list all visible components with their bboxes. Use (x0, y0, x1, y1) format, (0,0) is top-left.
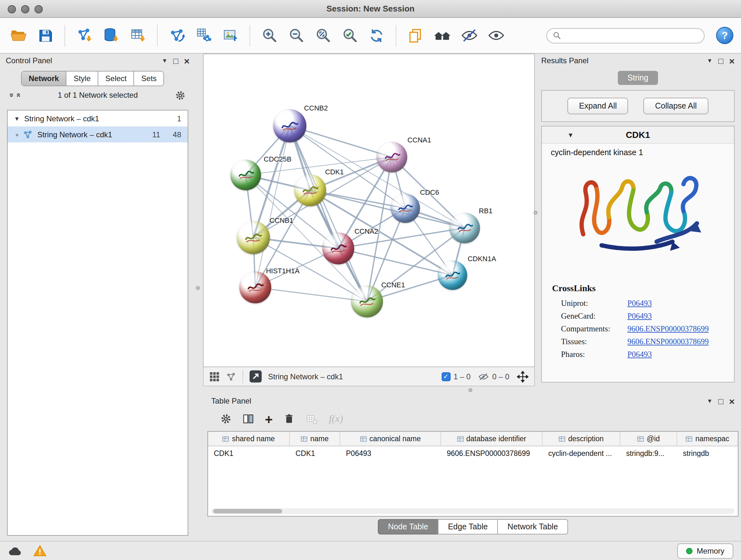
panel-menu-icon[interactable]: ▼ (162, 58, 167, 64)
gear-icon[interactable] (220, 413, 232, 425)
network-node-hist1h1a[interactable] (239, 271, 271, 303)
crosslink-link[interactable]: 9606.ENSP00000378699 (627, 337, 709, 347)
network-node-cdc6[interactable] (391, 193, 420, 223)
float-panel-icon[interactable]: □ (173, 57, 179, 65)
table-cell[interactable]: P06493 (340, 449, 441, 457)
column-header-database-identifier[interactable]: database identifier (441, 432, 542, 446)
column-header-namespac[interactable]: namespac (677, 432, 738, 446)
grid-view-icon[interactable] (209, 371, 219, 381)
network-node-ccna1[interactable] (377, 142, 407, 172)
hidden-counter[interactable]: 0 – 0 (478, 372, 509, 381)
new-network-button[interactable] (166, 24, 188, 47)
selection-counter[interactable]: ✓ 1 – 0 (441, 372, 470, 381)
crosslink-link[interactable]: P06493 (627, 350, 652, 359)
tab-network[interactable]: Network (22, 71, 67, 85)
expand-all-button[interactable]: Expand All (568, 98, 628, 114)
network-node-ccnb2[interactable] (273, 109, 307, 142)
import-network-database-button[interactable] (100, 24, 122, 47)
hidden-eye-icon (478, 372, 489, 381)
checkbox-icon[interactable]: ✓ (441, 372, 450, 381)
table-cell[interactable]: stringdb:9... (620, 449, 677, 457)
save-session-button[interactable] (35, 24, 56, 47)
cloud-status-icon[interactable] (8, 545, 23, 557)
network-canvas[interactable]: CCNB2CCNA1CDC25BCDK1CDC6RB1CCNB1CCNA2CDK… (203, 54, 535, 367)
add-column-icon[interactable]: + (265, 412, 273, 426)
close-panel-icon[interactable]: × (729, 56, 735, 65)
detach-view-button[interactable] (250, 370, 262, 382)
horizontal-scrollbar[interactable] (211, 508, 735, 514)
network-node-ccne1[interactable] (351, 286, 383, 317)
new-network-from-selection-button[interactable] (193, 24, 214, 47)
crosslink-link[interactable]: P06493 (627, 299, 652, 308)
horizontal-scrollbar-thumb[interactable] (213, 509, 282, 513)
float-panel-icon[interactable]: □ (718, 57, 724, 65)
export-image-button[interactable] (219, 24, 241, 47)
show-annotations-button[interactable] (485, 24, 507, 47)
tab-select[interactable]: Select (98, 71, 134, 85)
close-panel-icon[interactable]: × (729, 396, 735, 406)
table-cell[interactable]: 9606.ENSP00000378699 (441, 449, 542, 457)
network-node-ccna2[interactable] (322, 233, 354, 264)
network-overview-icon[interactable] (226, 371, 236, 381)
zoom-selected-button[interactable] (339, 24, 360, 47)
right-splitter-handle[interactable] (534, 211, 537, 214)
close-panel-icon[interactable]: × (184, 56, 190, 65)
table-cell[interactable]: stringdb (677, 449, 738, 457)
panel-menu-icon[interactable]: ▼ (707, 58, 713, 64)
network-node-cdc25b[interactable] (230, 160, 261, 190)
open-session-button[interactable] (8, 24, 29, 47)
show-columns-icon[interactable] (243, 413, 254, 425)
warning-icon[interactable] (33, 545, 47, 557)
zoom-fit-button[interactable] (312, 24, 334, 47)
network-node-cdk1[interactable] (294, 174, 326, 206)
import-table-button[interactable] (127, 24, 149, 47)
gene-section-header[interactable]: ▼ CDK1 (542, 126, 734, 144)
search-box[interactable] (546, 28, 704, 43)
tab-node-table[interactable]: Node Table (378, 519, 439, 535)
memory-button[interactable]: Memory (677, 543, 733, 558)
panel-menu-icon[interactable]: ▼ (707, 398, 713, 404)
horizontal-splitter-handle[interactable] (468, 388, 472, 392)
refresh-layout-button[interactable] (366, 24, 387, 47)
hide-annotations-button[interactable] (458, 24, 480, 47)
string-tab-badge[interactable]: String (618, 71, 658, 85)
network-list-toolbar: » « 1 of 1 Network selected (2, 86, 193, 104)
tab-edge-table[interactable]: Edge Table (438, 519, 498, 535)
column-header-name[interactable]: name (290, 432, 340, 446)
tab-network-table[interactable]: Network Table (497, 519, 568, 535)
table-cell[interactable]: cyclin-dependent ... (542, 449, 620, 457)
network-row-selected[interactable]: ● String Network – cdk1 11 48 (8, 126, 188, 142)
zoom-in-button[interactable] (259, 24, 280, 47)
copy-view-button[interactable] (405, 24, 426, 47)
section-caret-icon[interactable]: ▼ (567, 131, 574, 138)
pan-move-icon[interactable] (517, 371, 529, 382)
help-button[interactable]: ? (716, 27, 733, 44)
column-header-shared-name[interactable]: shared name (208, 432, 290, 446)
crosslink-link[interactable]: P06493 (627, 311, 652, 321)
delete-column-icon[interactable] (284, 413, 295, 425)
left-splitter-handle[interactable] (196, 286, 200, 290)
crosslink-link[interactable]: 9606.ENSP00000378699 (627, 324, 709, 334)
tab-style[interactable]: Style (67, 71, 98, 85)
column-header-canonical-name[interactable]: canonical name (340, 432, 441, 446)
tree-caret-icon[interactable]: ▼ (14, 115, 20, 122)
column-header-description[interactable]: description (542, 432, 620, 446)
float-panel-icon[interactable]: □ (718, 397, 724, 405)
network-node-cdkn1a[interactable] (438, 260, 467, 290)
birds-eye-view-button[interactable] (431, 24, 453, 47)
table-cell[interactable]: CDK1 (208, 449, 290, 457)
network-node-rb1[interactable] (449, 212, 480, 243)
column-header--id[interactable]: @id (620, 432, 677, 446)
table-cell[interactable]: CDK1 (290, 449, 340, 457)
collapse-all-tree-icon[interactable]: « (14, 93, 23, 97)
collapse-all-button[interactable]: Collapse All (644, 98, 709, 114)
network-node-ccnb1[interactable] (237, 221, 270, 254)
import-network-icon (76, 27, 93, 44)
tab-sets[interactable]: Sets (134, 71, 164, 85)
search-input[interactable] (565, 31, 698, 40)
table-row[interactable]: CDK1CDK1P064939606.ENSP00000378699cyclin… (208, 446, 738, 460)
import-network-file-button[interactable] (73, 24, 95, 47)
network-collection-row[interactable]: ▼ String Network – cdk1 1 (8, 111, 188, 126)
zoom-out-button[interactable] (285, 24, 307, 47)
gear-icon[interactable] (175, 90, 186, 101)
